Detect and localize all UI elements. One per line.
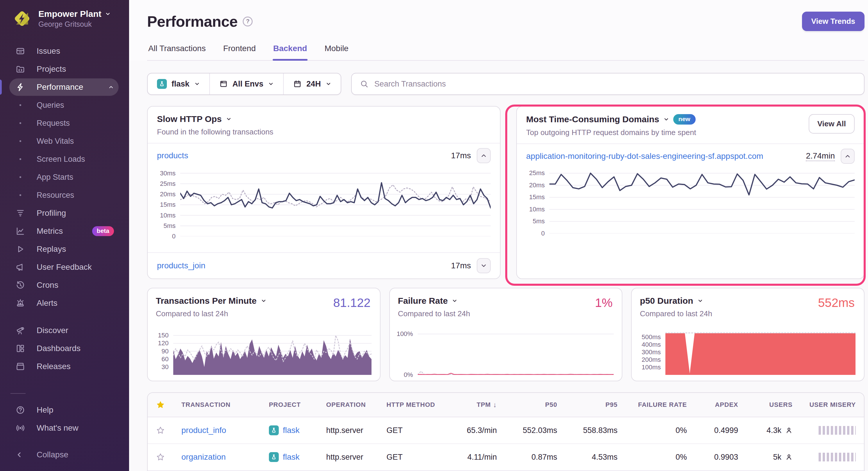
table-column-header-users[interactable]: USERS ↓ bbox=[746, 401, 801, 409]
products-link[interactable]: products bbox=[157, 151, 188, 160]
sidebar-item-crons[interactable]: Crons bbox=[9, 276, 119, 294]
main-content: Performance ? View Trends All Transactio… bbox=[129, 0, 868, 471]
operation-cell: http.server bbox=[318, 426, 378, 435]
bullet-dot bbox=[15, 118, 26, 128]
table-column-header-user-misery[interactable]: USER MISERY ↓ bbox=[801, 401, 864, 409]
sidebar-item-performance[interactable]: Performance bbox=[9, 78, 119, 96]
sidebar-item-queries[interactable]: Queries bbox=[9, 96, 119, 114]
table-column-header-p50[interactable]: P50 ↓ bbox=[505, 401, 565, 409]
sidebar-item-help[interactable]: Help bbox=[9, 401, 119, 419]
date-range-filter[interactable]: 24H bbox=[283, 73, 341, 94]
products-duration: 17ms bbox=[451, 151, 471, 160]
sidebar-item-resources[interactable]: Resources bbox=[9, 187, 119, 204]
org-user: George Gritsouk bbox=[38, 20, 111, 29]
table-column-header-transaction[interactable]: TRANSACTION ↓ bbox=[173, 401, 261, 409]
favorite-star-toggle[interactable] bbox=[148, 453, 173, 462]
failure-rate-chart: 100%0% bbox=[392, 331, 614, 375]
products-join-link[interactable]: products_join bbox=[157, 261, 206, 270]
sidebar-item-web-vitals[interactable]: Web Vitals bbox=[9, 132, 119, 150]
collapse-row-button[interactable] bbox=[841, 149, 855, 164]
tpm-cell: 4.11/min bbox=[445, 453, 505, 462]
y-axis: 25ms20ms15ms10ms5ms0 bbox=[520, 170, 549, 233]
table-column-header-p95[interactable]: P95 ↓ bbox=[565, 401, 626, 409]
sidebar-item-replays[interactable]: Replays bbox=[9, 240, 119, 258]
help-icon[interactable]: ? bbox=[243, 16, 253, 26]
slow-http-ops-subtitle: Found in the following transactions bbox=[157, 128, 273, 136]
p50-duration-card: p50 Duration Compared to last 24h 552ms … bbox=[631, 288, 865, 381]
table-column-header-http-method[interactable]: HTTP METHOD ↓ bbox=[378, 401, 445, 409]
org-logo bbox=[12, 8, 33, 29]
y-axis: 500ms400ms300ms200ms100ms bbox=[634, 331, 665, 375]
releases-icon bbox=[15, 361, 26, 372]
favorite-column-header[interactable] bbox=[148, 400, 173, 409]
chart-plot bbox=[665, 331, 856, 375]
profiling-icon bbox=[15, 208, 26, 218]
issues-icon bbox=[15, 46, 26, 56]
project-link[interactable]: flask bbox=[283, 426, 300, 435]
search-input[interactable] bbox=[374, 79, 856, 89]
collapse-row-button[interactable] bbox=[477, 148, 491, 163]
table-column-header-apdex[interactable]: APDEX ↓ bbox=[695, 401, 746, 409]
project-filter[interactable]: flask bbox=[148, 73, 209, 94]
sidebar-item-user-feedback[interactable]: User Feedback bbox=[9, 259, 119, 276]
project-link[interactable]: flask bbox=[283, 452, 300, 462]
table-column-header-project[interactable]: PROJECT ↓ bbox=[261, 401, 318, 409]
p50-cell: 552.03ms bbox=[505, 426, 565, 435]
chevron-up-icon bbox=[108, 84, 114, 90]
sidebar-item-alerts[interactable]: Alerts bbox=[9, 295, 119, 312]
flask-project-icon bbox=[269, 452, 279, 462]
transaction-link[interactable]: organization bbox=[181, 452, 226, 462]
transaction-link[interactable]: product_info bbox=[181, 426, 226, 435]
favorite-star-toggle[interactable] bbox=[148, 426, 173, 435]
tab-all-transactions[interactable]: All Transactions bbox=[148, 39, 207, 60]
transaction-row-products: products 17ms bbox=[148, 143, 500, 168]
project-cell: flask bbox=[261, 426, 318, 435]
domain-link[interactable]: application-monitoring-ruby-dot-sales-en… bbox=[526, 152, 763, 161]
y-axis: 30ms25ms20ms15ms10ms5ms0 bbox=[151, 169, 180, 236]
tab-backend[interactable]: Backend bbox=[273, 39, 308, 60]
domain-row: application-monitoring-ruby-dot-sales-en… bbox=[517, 144, 864, 168]
sidebar-collapse-button[interactable]: Collapse bbox=[9, 447, 119, 463]
sidebar-item-metrics[interactable]: Metrics beta bbox=[9, 223, 119, 240]
view-trends-button[interactable]: View Trends bbox=[802, 12, 865, 31]
sidebar-item-releases[interactable]: Releases bbox=[9, 358, 119, 375]
discover-icon bbox=[15, 325, 26, 336]
sidebar-item-dashboards[interactable]: Dashboards bbox=[9, 340, 119, 357]
sidebar-item-discover[interactable]: Discover bbox=[9, 322, 119, 339]
failure-rate-title[interactable]: Failure Rate bbox=[398, 296, 614, 306]
sidebar: Empower Plant George Gritsouk Issues Pro… bbox=[0, 0, 129, 471]
bullet-dot bbox=[15, 154, 26, 164]
crons-icon bbox=[15, 280, 26, 291]
slow-http-ops-title[interactable]: Slow HTTP Ops bbox=[157, 114, 273, 124]
org-switcher[interactable]: Empower Plant George Gritsouk bbox=[0, 0, 129, 36]
flask-project-icon bbox=[157, 79, 167, 89]
sidebar-item-what-s-new[interactable]: What's new bbox=[9, 419, 119, 437]
sidebar-item-app-starts[interactable]: App Starts bbox=[9, 168, 119, 186]
table-column-header-tpm[interactable]: TPM ↓ bbox=[445, 401, 505, 409]
projects-icon bbox=[15, 64, 26, 74]
domains-chart: 25ms20ms15ms10ms5ms0 bbox=[517, 168, 864, 233]
sidebar-item-requests[interactable]: Requests bbox=[9, 114, 119, 132]
user-icon bbox=[785, 453, 793, 461]
user-icon bbox=[785, 427, 793, 434]
alerts-icon bbox=[15, 298, 26, 308]
chart-plot bbox=[173, 331, 372, 375]
sidebar-item-profiling[interactable]: Profiling bbox=[9, 204, 119, 222]
p50-cell: 0.87ms bbox=[505, 453, 565, 462]
table-header-row: TRANSACTION ↓ PROJECT ↓ OPERATION ↓ HTTP… bbox=[148, 393, 864, 417]
tab-frontend[interactable]: Frontend bbox=[223, 39, 256, 60]
view-all-button[interactable]: View All bbox=[809, 114, 855, 134]
sidebar-item-screen-loads[interactable]: Screen Loads bbox=[9, 150, 119, 168]
metrics-icon bbox=[15, 226, 26, 236]
expand-row-button[interactable] bbox=[477, 258, 491, 273]
bullet-dot bbox=[15, 190, 26, 200]
domains-title[interactable]: Most Time-Consuming Domains new bbox=[526, 114, 696, 125]
sidebar-item-issues[interactable]: Issues bbox=[9, 42, 119, 60]
table-column-header-failure-rate[interactable]: FAILURE RATE ↓ bbox=[626, 401, 695, 409]
environment-filter[interactable]: All Envs bbox=[209, 73, 283, 94]
flask-project-icon bbox=[269, 426, 279, 435]
sidebar-item-projects[interactable]: Projects bbox=[9, 60, 119, 78]
table-column-header-operation[interactable]: OPERATION ↓ bbox=[318, 401, 378, 409]
transactions-per-minute-card: Transactions Per Minute Compared to last… bbox=[147, 288, 380, 381]
tab-mobile[interactable]: Mobile bbox=[324, 39, 349, 60]
